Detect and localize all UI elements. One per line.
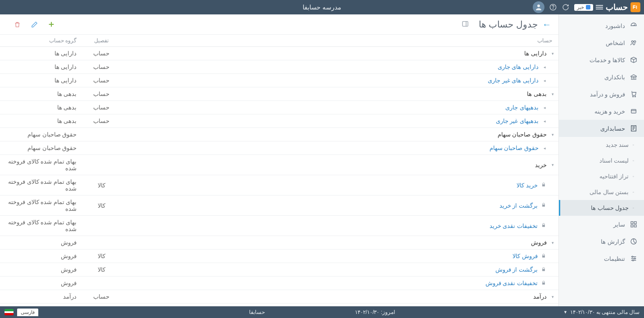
back-arrow-icon[interactable]: ←: [542, 19, 551, 30]
account-link[interactable]: تخفیفات نقدی خرید: [490, 223, 538, 229]
sidebar-sub-close-year[interactable]: بستن سال مالی: [559, 184, 644, 200]
detail-cell: [81, 236, 122, 250]
sidebar-sub-doc-list[interactable]: لیست اسناد: [559, 153, 644, 168]
sidebar-item-reports[interactable]: گزارش ها: [559, 233, 644, 250]
account-link[interactable]: دارایی های غیر جاری: [488, 77, 539, 84]
table-row[interactable]: برگشت از خریدکالابهای تمام شده کالای فرو…: [0, 195, 558, 216]
svg-point-3: [631, 41, 633, 42]
refresh-icon[interactable]: [562, 3, 570, 11]
svg-point-14: [632, 256, 633, 258]
detail-cell: کالا: [81, 263, 122, 277]
lock-icon: [540, 281, 546, 286]
add-button[interactable]: [47, 20, 56, 29]
chevron-left-icon[interactable]: ◂: [541, 65, 546, 69]
svg-point-4: [634, 41, 636, 42]
table-row[interactable]: تخفیفات نقدی فروشفروش: [0, 277, 558, 290]
table-row[interactable]: ▾فروشفروش: [0, 236, 558, 250]
chevron-down-icon[interactable]: ▾: [549, 92, 554, 96]
account-link[interactable]: دارایی های جاری: [498, 64, 539, 70]
language-picker[interactable]: فارسی: [17, 309, 38, 316]
table-row[interactable]: ◂دارایی های غیر جاریحسابدارایی ها: [0, 74, 558, 87]
ledger-icon: [630, 124, 638, 132]
panel-toggle-icon[interactable]: [462, 20, 469, 29]
detail-cell: [81, 277, 122, 290]
delete-button[interactable]: [13, 20, 22, 29]
edit-button[interactable]: [30, 20, 39, 29]
sidebar-item-accounting[interactable]: حسابداری: [559, 120, 644, 137]
sidebar-label: داشبورد: [605, 23, 625, 29]
sidebar-label: خرید و هزینه: [594, 108, 625, 115]
brand: حساب: [606, 2, 640, 12]
account-link[interactable]: فروش کالا: [512, 253, 538, 259]
account-link[interactable]: خرید کالا: [517, 182, 538, 189]
svg-rect-10: [634, 222, 636, 224]
group-cell: بهای تمام شده کالای فروخته شده: [0, 216, 81, 236]
col-header-group: گروه حساب: [0, 35, 81, 47]
sidebar-label: کالاها و خدمات: [590, 57, 625, 64]
table-row[interactable]: ◂بدهیهای غیر جاریحساببدهی ها: [0, 114, 558, 128]
svg-rect-11: [631, 225, 633, 227]
group-cell: بدهی ها: [0, 114, 81, 128]
table-row[interactable]: تخفیفات نقدی خریدبهای تمام شده کالای فرو…: [0, 216, 558, 236]
news-button[interactable]: خبر: [574, 4, 593, 11]
chevron-left-icon[interactable]: ◂: [541, 119, 546, 123]
sidebar-label: فروش و درآمد: [590, 91, 625, 98]
sidebar-sub-chart[interactable]: جدول حساب ها: [559, 200, 644, 216]
chevron-down-icon[interactable]: ▾: [549, 241, 554, 245]
hamburger-menu-button[interactable]: [593, 1, 606, 14]
fiscal-year-dropdown[interactable]: سال مالی منتهی به ۱۴۰۲/۱۰/۳۰ ▼: [563, 309, 639, 315]
help-icon[interactable]: [549, 3, 557, 11]
table-row[interactable]: برگشت از فروشکالافروش: [0, 263, 558, 277]
account-link[interactable]: تخفیفات نقدی فروش: [485, 280, 538, 286]
detail-cell: کالا: [81, 175, 122, 195]
chevron-left-icon[interactable]: ◂: [541, 78, 546, 83]
table-row[interactable]: ▾خریدبهای تمام شده کالای فروخته شده: [0, 155, 558, 175]
hamburger-icon: [596, 4, 603, 10]
account-link[interactable]: حقوق صاحبان سهام: [490, 145, 539, 151]
sidebar-item-purchase[interactable]: خرید و هزینه: [559, 103, 644, 120]
sidebar-sub-opening[interactable]: تراز افتتاحیه: [559, 168, 644, 184]
sidebar-item-persons[interactable]: اشخاص: [559, 34, 644, 51]
table-row[interactable]: ▾درآمدحسابدرآمد: [0, 290, 558, 304]
account-link[interactable]: برگشت از فروش: [495, 266, 538, 273]
table-row[interactable]: ◂حقوق صاحبان سهامحقوق صاحبان سهام: [0, 141, 558, 155]
account-link[interactable]: بدهیهای غیر جاری: [496, 118, 539, 124]
table-row[interactable]: فروش کالاکالافروش: [0, 250, 558, 263]
sidebar-sub-new-doc[interactable]: سند جدید: [559, 137, 644, 153]
table-row[interactable]: ▾دارایی هاحسابدارایی ها: [0, 47, 558, 60]
account-link[interactable]: برگشت از خرید: [499, 202, 538, 209]
sidebar-item-sales[interactable]: فروش و درآمد: [559, 86, 644, 103]
detail-cell: [81, 216, 122, 236]
accounts-table: حساب تفصیل گروه حساب ▾دارایی هاحسابدارای…: [0, 35, 558, 306]
user-avatar[interactable]: [533, 1, 544, 13]
sidebar-item-goods[interactable]: کالاها و خدمات: [559, 51, 644, 68]
group-cell: فروش: [0, 250, 81, 263]
chevron-down-icon[interactable]: ▾: [549, 163, 554, 167]
sidebar-item-other[interactable]: سایر: [559, 216, 644, 233]
table-row[interactable]: خرید کالاکالابهای تمام شده کالای فروخته …: [0, 175, 558, 195]
account-link[interactable]: بدهیهای جاری: [505, 104, 539, 111]
table-row[interactable]: ◂بدهیهای جاریحساببدهی ها: [0, 101, 558, 114]
group-cell: دارایی ها: [0, 74, 81, 87]
main-panel: ← جدول حساب ها: [0, 14, 558, 306]
account-name: درآمد: [533, 293, 547, 300]
sidebar: داشبورد اشخاص کالاها و خدمات بانکداری فر…: [558, 14, 644, 306]
accounts-table-wrap[interactable]: حساب تفصیل گروه حساب ▾دارایی هاحسابدارای…: [0, 35, 558, 306]
sidebar-item-settings[interactable]: تنظیمات: [559, 250, 644, 267]
chevron-down-icon[interactable]: ▾: [549, 132, 554, 137]
detail-cell: [81, 128, 122, 141]
chevron-down-icon[interactable]: ▾: [549, 295, 554, 299]
brand-logo-icon: [630, 2, 640, 12]
chevron-left-icon[interactable]: ◂: [541, 146, 546, 150]
svg-rect-12: [634, 225, 636, 227]
sidebar-item-dashboard[interactable]: داشبورد: [559, 17, 644, 34]
topbar: حساب مدرسه حسابفا خبر: [0, 0, 644, 14]
table-row[interactable]: ▾حقوق صاحبان سهامحقوق صاحبان سهام: [0, 128, 558, 141]
account-name: بدهی ها: [527, 91, 547, 97]
box-icon: [630, 56, 638, 64]
sidebar-item-banking[interactable]: بانکداری: [559, 68, 644, 86]
chevron-left-icon[interactable]: ◂: [541, 105, 546, 110]
table-row[interactable]: ◂دارایی های جاریحسابدارایی ها: [0, 60, 558, 74]
table-row[interactable]: ▾بدهی هاحساببدهی ها: [0, 87, 558, 101]
chevron-down-icon[interactable]: ▾: [549, 51, 554, 56]
